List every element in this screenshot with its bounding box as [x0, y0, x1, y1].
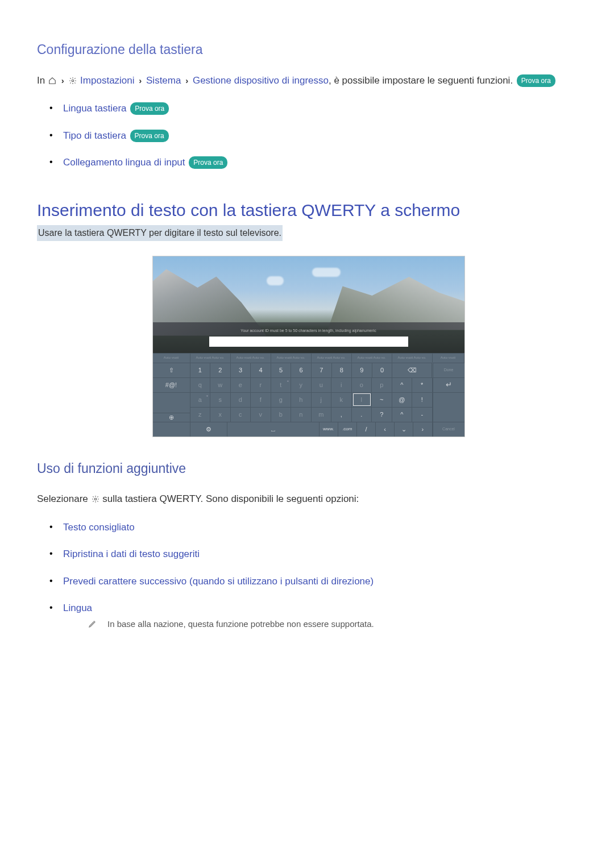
key-m[interactable]: m	[312, 407, 332, 422]
key-3[interactable]: 3	[231, 363, 251, 377]
suggestion-cell[interactable]: Auto vuoti Auto vo.	[271, 354, 312, 363]
suggestion-cell[interactable]: Auto vuoti Auto vo.	[392, 354, 433, 363]
suggestion-cell[interactable]: Auto vuoti Auto vo.	[190, 354, 231, 363]
key-a[interactable]: a+	[190, 392, 211, 407]
arrow-down-key[interactable]: ⌄	[395, 422, 413, 437]
suggestion-cell[interactable]: Auto vuoti Auto vo.	[231, 354, 271, 363]
input-hint-text: Your account ID must be 5 to 50 characte…	[240, 328, 376, 334]
option-label[interactable]: Lingua	[63, 603, 92, 613]
key-dash[interactable]: -	[412, 407, 433, 422]
done-key-area[interactable]	[433, 392, 464, 422]
option-label[interactable]: Testo consigliato	[63, 522, 135, 533]
text-input-field[interactable]	[209, 337, 408, 347]
key-q[interactable]: q	[190, 377, 211, 392]
key-o[interactable]: o	[352, 377, 372, 392]
key-x[interactable]: x	[210, 407, 231, 422]
key-i[interactable]: i	[331, 377, 352, 392]
keyboard-suggestions-row: Auto vuoti Auto vuoti Auto vo. Auto vuot…	[153, 353, 464, 363]
key-asterisk[interactable]: *	[412, 377, 433, 392]
key-j[interactable]: j	[312, 392, 332, 407]
key-d[interactable]: d	[231, 392, 251, 407]
key-5[interactable]: 5	[271, 363, 292, 377]
try-now-badge[interactable]: Prova ora	[130, 102, 169, 115]
key-l[interactable]: l	[352, 392, 372, 407]
option-label[interactable]: Ripristina i dati di testo suggeriti	[63, 549, 200, 559]
qwerty-keyboard-figure: Your account ID must be 5 to 50 characte…	[152, 256, 465, 437]
key-y[interactable]: y	[291, 377, 312, 392]
key-9[interactable]: 9	[352, 363, 372, 377]
symbols-key[interactable]: #@!	[153, 377, 190, 392]
suggestion-cell[interactable]: Auto vuoti	[433, 354, 464, 363]
item-label[interactable]: Tipo di tastiera	[63, 130, 126, 141]
chevron-right-icon: ›	[185, 74, 188, 88]
key-tilde[interactable]: ~	[372, 392, 392, 407]
try-now-badge[interactable]: Prova ora	[189, 156, 227, 169]
list-item: Tipo di tastiera Prova ora	[53, 128, 580, 143]
key-s[interactable]: s	[210, 392, 231, 407]
key-slash[interactable]: /	[357, 422, 376, 437]
key-n[interactable]: n	[291, 407, 312, 422]
key-www[interactable]: www.	[320, 422, 338, 437]
arrow-left-key[interactable]: ‹	[376, 422, 395, 437]
key-z[interactable]: z	[190, 407, 211, 422]
list-item: Lingua tastiera Prova ora	[53, 101, 580, 116]
cancel-key[interactable]: Cancel	[433, 422, 464, 437]
enter-key[interactable]: ↵	[433, 377, 464, 392]
key-f[interactable]: f	[251, 392, 271, 407]
breadcrumb-impostazioni[interactable]: Impostazioni	[80, 75, 134, 86]
key-6[interactable]: 6	[291, 363, 312, 377]
suggestion-cell[interactable]: Auto vuoti Auto vo.	[352, 354, 392, 363]
space-key[interactable]: ⎵	[227, 422, 320, 437]
key-0[interactable]: 0	[372, 363, 393, 377]
key-7[interactable]: 7	[312, 363, 332, 377]
svg-point-0	[72, 80, 74, 82]
item-label[interactable]: Lingua tastiera	[63, 103, 127, 114]
key-2[interactable]: 2	[210, 363, 231, 377]
key-at[interactable]: @	[392, 392, 413, 407]
key-k[interactable]: k	[331, 392, 352, 407]
breadcrumb-sistema[interactable]: Sistema	[146, 75, 181, 86]
backspace-key[interactable]: ⌫	[392, 363, 432, 377]
key-question[interactable]: ?	[372, 407, 392, 422]
breadcrumb-gestione[interactable]: Gestione dispositivo di ingresso	[193, 75, 329, 86]
shift-key[interactable]: ⇧	[153, 363, 190, 377]
key-comma[interactable]: ,	[331, 407, 352, 422]
svg-point-1	[94, 498, 97, 500]
suggestion-cell[interactable]: Auto vuoti Auto vo.	[312, 354, 352, 363]
intro2-suffix: sulla tastiera QWERTY. Sono disponibili …	[102, 493, 359, 504]
try-now-badge[interactable]: Prova ora	[517, 74, 555, 87]
item-label[interactable]: Collegamento lingua di input	[63, 157, 185, 168]
key-period[interactable]: .	[352, 407, 372, 422]
key-p[interactable]: p	[372, 377, 392, 392]
key-g[interactable]: g	[271, 392, 292, 407]
key-u[interactable]: u	[312, 377, 332, 392]
globe-key[interactable]: ⊕	[153, 413, 190, 422]
key-4[interactable]: 4	[251, 363, 271, 377]
key-1[interactable]: 1	[190, 363, 211, 377]
key-caret[interactable]: ^	[392, 377, 413, 392]
key-e[interactable]: e	[231, 377, 251, 392]
suggestion-cell[interactable]: Auto vuoti	[153, 354, 190, 363]
list-item: Testo consigliato	[53, 520, 580, 535]
key-t[interactable]: t+	[271, 377, 292, 392]
additional-options-list: Testo consigliato Ripristina i dati di t…	[37, 520, 580, 631]
key-8[interactable]: 8	[332, 363, 352, 377]
option-label[interactable]: Prevedi carattere successivo (quando si …	[63, 576, 374, 587]
section-title-keyboard-config: Configurazione della tastiera	[37, 40, 580, 60]
key-w[interactable]: w	[210, 377, 231, 392]
key-r[interactable]: r	[251, 377, 271, 392]
key-com[interactable]: .com	[338, 422, 357, 437]
key-caret2[interactable]: ^	[392, 407, 413, 422]
section-title-additional: Uso di funzioni aggiuntive	[37, 459, 580, 479]
key-c[interactable]: c	[231, 407, 251, 422]
key-exclaim[interactable]: !	[412, 392, 433, 407]
intro-suffix: , è possibile impostare le seguenti funz…	[329, 75, 513, 86]
arrow-right-key[interactable]: ›	[413, 422, 432, 437]
try-now-badge[interactable]: Prova ora	[130, 130, 169, 142]
key-v[interactable]: v	[251, 407, 271, 422]
key-b[interactable]: b	[271, 407, 292, 422]
key-h[interactable]: h	[291, 392, 312, 407]
keyboard-gear-key[interactable]: ⚙	[190, 422, 227, 437]
list-item: Ripristina i dati di testo suggeriti	[53, 547, 580, 562]
done-key[interactable]: Done	[433, 363, 464, 377]
